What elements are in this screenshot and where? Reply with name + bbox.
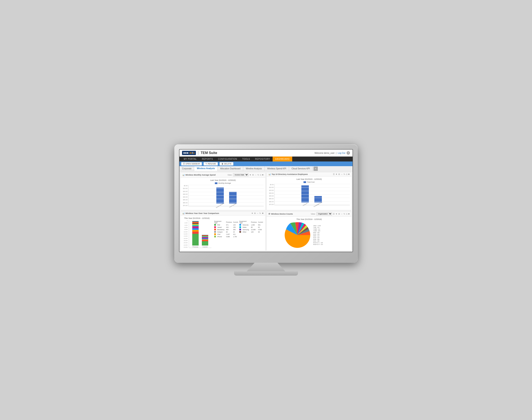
export-icon-yoy[interactable]: ↔ bbox=[257, 212, 259, 214]
prev-header: Previous bbox=[225, 220, 232, 224]
nav-item-configuration[interactable]: CONFIGURATION bbox=[216, 157, 240, 162]
open-sidebar-button[interactable]: ☰ OPEN SIDEBAR bbox=[181, 162, 202, 165]
tab-allocation-dashboard[interactable]: Allocation Dashboard bbox=[218, 166, 243, 171]
filter-icon-left[interactable]: ▼ bbox=[249, 174, 251, 176]
tab-wireline-analysis[interactable]: Wireline Analysis bbox=[243, 166, 265, 171]
nav-item-repository[interactable]: REPOSITORY bbox=[253, 157, 273, 162]
pie-label-brazilco1: Brazil Co 1 - 125 bbox=[313, 242, 335, 243]
logo: ■■■ mts bbox=[182, 151, 196, 155]
header-right: Welcome demo_user | Log Out ? bbox=[314, 151, 350, 155]
settings-icon-device[interactable]: ⚙ bbox=[338, 213, 340, 215]
seg-prev-red bbox=[192, 232, 199, 234]
view-select-device[interactable]: Organization bbox=[316, 212, 332, 215]
pie-labels: Other - 1,531 7100 - 111 71300 - 111 713… bbox=[313, 225, 335, 245]
help-icon[interactable]: ? bbox=[346, 151, 350, 155]
tab-add-button[interactable]: + bbox=[314, 166, 318, 171]
print-icon-right[interactable]: ⎙ bbox=[346, 173, 347, 175]
legend-table-head: Equipment Type Previous Current Equipmen… bbox=[214, 220, 264, 224]
settings-icon-left[interactable]: ⚙ bbox=[252, 174, 254, 176]
panel-title-right: 📊 Top 10 Directory Assistance Employees bbox=[268, 173, 308, 175]
panel-wireless-monthly-avg: 📊 Wireless Monthly Average Spend View: I… bbox=[180, 172, 266, 210]
pie-label-8110-110: 8110 - 110 bbox=[313, 237, 335, 238]
filter-icon-right[interactable]: ▼ bbox=[335, 173, 337, 175]
view-label-device: View: bbox=[311, 213, 316, 215]
delete-button[interactable]: 🗑 DELETE bbox=[219, 162, 233, 165]
seg-curr-green bbox=[202, 241, 208, 245]
refresh-icon-yoy[interactable]: ↻ bbox=[259, 212, 261, 214]
main-content: 📊 Wireless Monthly Average Spend View: I… bbox=[179, 171, 353, 252]
dot-motorola bbox=[239, 224, 241, 226]
name-ipad: iPad bbox=[217, 233, 226, 236]
close-icon-device[interactable]: ✖ bbox=[348, 213, 350, 215]
chart-area-yoy: This Year (01/2016 - 12/2016) 24,00022,0… bbox=[181, 215, 265, 250]
print-icon-left[interactable]: ⎙ bbox=[260, 174, 261, 176]
grid-lines-right bbox=[274, 184, 350, 205]
curr-motorola: 561 bbox=[258, 224, 264, 226]
curr-header: Current bbox=[232, 220, 239, 224]
app-title: TEM Suite bbox=[198, 151, 217, 155]
seg-prev-orange bbox=[192, 230, 199, 232]
monitor-stand-neck bbox=[247, 263, 285, 271]
curr-nokia: 33 bbox=[258, 226, 264, 228]
filter-icon-device[interactable]: ▼ bbox=[335, 213, 337, 215]
grid-lines-left bbox=[188, 185, 264, 206]
panel-title-left: 📊 Wireless Monthly Average Spend bbox=[182, 174, 216, 176]
tabs-bar: Corporate Wireless Analysis Allocation D… bbox=[179, 166, 353, 171]
curr-header2: Current bbox=[258, 220, 264, 224]
export-icon-device[interactable]: ↔ bbox=[341, 213, 343, 215]
view-select-left[interactable]: Invoice Date bbox=[233, 173, 248, 176]
nav-item-reports[interactable]: REPORTS bbox=[199, 157, 216, 162]
grid-icon-right[interactable]: ☰ bbox=[333, 173, 335, 175]
grid-icon-device[interactable]: ☰ bbox=[333, 213, 335, 215]
dot-samsung bbox=[239, 229, 241, 230]
close-icon-right[interactable]: ✖ bbox=[348, 173, 350, 175]
nav-item-tools[interactable]: TOOLS bbox=[240, 157, 253, 162]
prev-iphone: 4,686 bbox=[225, 236, 232, 238]
legend-row-blackberry: Blackberry 960 360 Samsung 12,088 4,536 bbox=[214, 228, 264, 231]
toolbar: ☰ OPEN SIDEBAR ✎ RENAME 🗑 DELETE bbox=[179, 162, 353, 166]
bar-curr-label: Current bbox=[202, 246, 207, 248]
legend-table-yoy: Equipment Type Previous Current Equipmen… bbox=[214, 220, 264, 238]
dot-rim bbox=[214, 224, 216, 226]
dot-jawad bbox=[214, 226, 216, 228]
tab-cloud-services-kpi[interactable]: Cloud Services KPI bbox=[289, 166, 313, 171]
legend-color-right bbox=[303, 181, 306, 183]
export-icon-right[interactable]: ↔ bbox=[341, 173, 343, 175]
rename-icon: ✎ bbox=[205, 163, 207, 165]
seg-prev-green bbox=[192, 234, 199, 245]
bars-area-right: Unknown Knowledge-to-go bbox=[274, 184, 350, 205]
curr-other: 48 bbox=[258, 231, 264, 233]
dot-blackberry bbox=[214, 229, 216, 230]
filter-icon-yoy[interactable]: ▼ bbox=[251, 212, 253, 214]
settings-icon-right[interactable]: ⚙ bbox=[338, 173, 340, 175]
logout-link[interactable]: Log Out bbox=[338, 152, 345, 154]
panel-header-yoy: 📊 Wireless Year Over Year Comparison ▼ ⚙… bbox=[181, 211, 265, 215]
rename-button[interactable]: ✎ RENAME bbox=[203, 162, 218, 165]
close-icon-left[interactable]: ✖ bbox=[262, 174, 264, 176]
pie-label-8310: 8310 - 105 bbox=[313, 240, 335, 242]
close-icon-yoy[interactable]: ✖ bbox=[262, 212, 264, 214]
stacked-prev bbox=[192, 221, 199, 245]
pie-label-71300-111: 71300 - 111 bbox=[313, 228, 335, 230]
tab-corporate[interactable]: Corporate bbox=[179, 166, 194, 171]
settings-icon-yoy[interactable]: ⚙ bbox=[254, 212, 256, 214]
refresh-icon-device[interactable]: ↻ bbox=[344, 213, 345, 215]
tab-wireless-analysis[interactable]: Wireless Analysis bbox=[194, 166, 218, 171]
print-icon-device[interactable]: ⎙ bbox=[346, 213, 347, 215]
curr-blackberry: 360 bbox=[232, 228, 239, 231]
legend-color-left bbox=[215, 182, 217, 184]
tab-wireless-spend-kpi[interactable]: Wireless Spend KPI bbox=[265, 166, 289, 171]
bar-chart-right: $70.00 $60.00 $50.00 $40.00 $30.00 $20.0… bbox=[268, 184, 350, 207]
curr-samsung: 4,536 bbox=[258, 228, 264, 231]
nav-item-myportal[interactable]: MY PORTAL bbox=[181, 157, 199, 162]
panel-header-right: 📊 Top 10 Directory Assistance Employees … bbox=[267, 172, 351, 176]
refresh-icon-left[interactable]: ↻ bbox=[258, 174, 259, 176]
prev-motorola: 1,496 bbox=[250, 224, 257, 226]
name-nokia: Nokia bbox=[242, 226, 250, 228]
refresh-icon-right[interactable]: ↻ bbox=[344, 173, 345, 175]
panel-header-left: 📊 Wireless Monthly Average Spend View: I… bbox=[181, 172, 265, 178]
export-icon-left[interactable]: ↔ bbox=[255, 174, 257, 176]
panel-header-device: ⏱ Wireless Device Counts View: Organizat… bbox=[267, 211, 351, 216]
nav-item-dashboard[interactable]: DASHBOARD bbox=[273, 157, 292, 162]
dot-hotspot bbox=[214, 231, 216, 233]
